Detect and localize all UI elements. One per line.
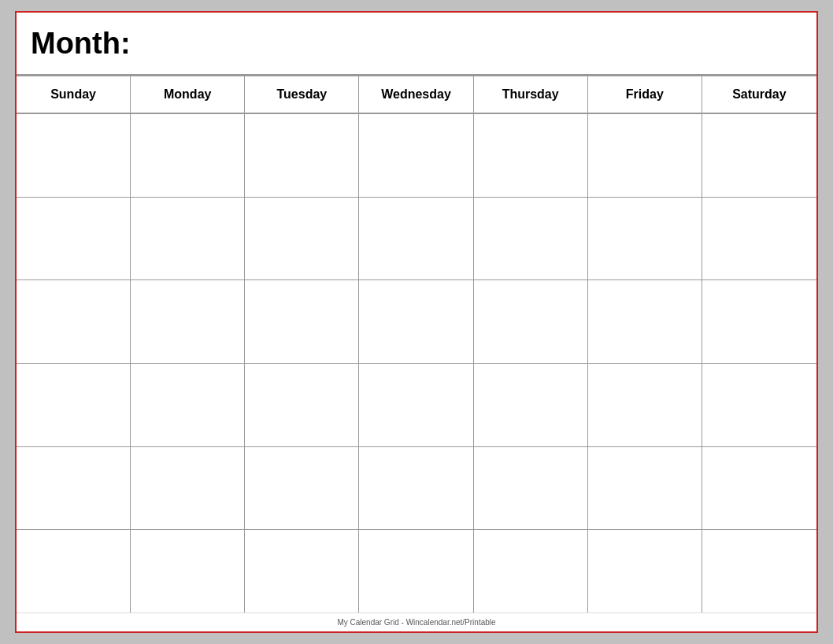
month-header: Month: [17,13,816,76]
day-cell[interactable] [702,114,816,197]
month-title: Month: [31,27,131,61]
day-cell[interactable] [245,280,359,363]
day-cell[interactable] [17,280,131,363]
day-cell[interactable] [474,280,588,363]
day-cell[interactable] [588,530,702,613]
footer-text: My Calendar Grid - Wincalendar.net/Print… [337,618,495,627]
calendar-grid: SundayMondayTuesdayWednesdayThursdayFrid… [17,76,816,613]
day-cell[interactable] [245,447,359,530]
footer: My Calendar Grid - Wincalendar.net/Print… [17,613,816,631]
day-cell[interactable] [359,447,473,530]
week-row-2 [17,280,816,364]
day-cell[interactable] [588,447,702,530]
day-cell[interactable] [474,114,588,197]
day-cell[interactable] [588,114,702,197]
day-cell[interactable] [245,530,359,613]
day-header-thursday: Thursday [474,76,588,113]
week-row-4 [17,447,816,531]
day-cell[interactable] [131,530,245,613]
day-header-sunday: Sunday [17,76,131,113]
day-cell[interactable] [17,364,131,446]
day-header-saturday: Saturday [702,76,816,113]
day-cell[interactable] [359,280,473,363]
day-cell[interactable] [131,114,245,197]
day-cell[interactable] [17,114,131,197]
day-cell[interactable] [474,447,588,530]
day-header-wednesday: Wednesday [359,76,473,113]
day-cell[interactable] [245,114,359,197]
day-cell[interactable] [702,364,816,446]
day-cell[interactable] [588,280,702,363]
day-cell[interactable] [588,364,702,446]
day-cell[interactable] [359,530,473,613]
day-cell[interactable] [131,447,245,530]
day-cell[interactable] [17,198,131,280]
day-cell[interactable] [245,364,359,446]
day-cell[interactable] [131,364,245,446]
day-cell[interactable] [702,198,816,280]
day-cell[interactable] [359,198,473,280]
day-header-friday: Friday [588,76,702,113]
week-row-3 [17,364,816,447]
day-cell[interactable] [474,364,588,446]
day-cell[interactable] [17,530,131,613]
day-cell[interactable] [359,114,473,197]
day-header-tuesday: Tuesday [245,76,359,113]
day-header-monday: Monday [131,76,245,113]
day-cell[interactable] [131,280,245,363]
weeks-container [17,114,816,613]
day-cell[interactable] [588,198,702,280]
day-cell[interactable] [131,198,245,280]
day-cell[interactable] [702,530,816,613]
day-cell[interactable] [359,364,473,446]
week-row-5 [17,530,816,613]
day-cell[interactable] [702,280,816,363]
week-row-0 [17,114,816,198]
page-container: Month: SundayMondayTuesdayWednesdayThurs… [15,11,818,633]
day-cell[interactable] [17,447,131,530]
day-cell[interactable] [702,447,816,530]
day-cell[interactable] [474,198,588,280]
day-headers-row: SundayMondayTuesdayWednesdayThursdayFrid… [17,76,816,114]
week-row-1 [17,198,816,281]
day-cell[interactable] [245,198,359,280]
day-cell[interactable] [474,530,588,613]
